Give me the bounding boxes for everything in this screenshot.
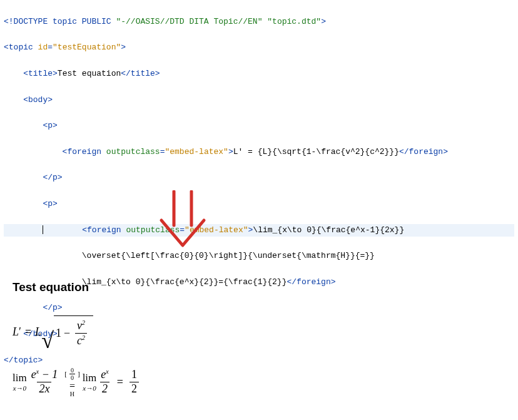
code-line-7: </p> xyxy=(4,172,514,185)
code-line-8: <p> xyxy=(4,198,514,211)
code-line-10: \overset{\left[\frac{0}{0}\right]}{\unde… xyxy=(4,250,514,263)
code-line-2: <topic id="testEquation"> xyxy=(4,41,514,54)
lim-2: lim x→0 xyxy=(83,372,97,392)
sqrt: √ 1 − v2 c2 xyxy=(41,315,93,349)
code-line-3: <title>Test equation</title> xyxy=(4,68,514,81)
equation-2: lim x→0 ex − 1 2x [ 00 ] = H lim x→0 ex … xyxy=(13,367,141,397)
equation-1: L′ = L √ 1 − v2 c2 xyxy=(13,315,141,349)
rendered-output: Test equation L′ = L √ 1 − v2 c2 lim x→0… xyxy=(13,280,141,415)
code-line-9-highlighted[interactable]: <foreign outputclass="embed-latex">\lim_… xyxy=(4,224,514,237)
rendered-title: Test equation xyxy=(13,280,141,294)
code-line-4: <body> xyxy=(4,94,514,107)
overset-eq: [ 00 ] = H xyxy=(64,367,79,397)
lim-1: lim x→0 xyxy=(13,372,27,392)
code-line-5: <p> xyxy=(4,120,514,133)
code-line-1: <!DOCTYPE topic PUBLIC "-//OASIS//DTD DI… xyxy=(4,16,514,29)
code-line-6: <foreign outputclass="embed-latex">L' = … xyxy=(4,146,514,159)
